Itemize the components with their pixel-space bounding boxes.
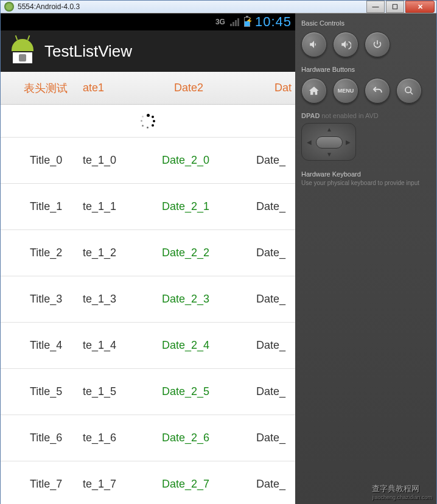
table-row[interactable]: Title_4te_1_4Date_2_4Date_ [1,323,295,369]
app-window-icon [4,2,14,12]
cell: Date_2_7 [162,478,256,491]
hardware-keyboard-title: Hardware Keyboard [301,170,430,178]
cell: Title_3 [1,293,83,306]
cell: Date_ [256,293,295,306]
table-row[interactable]: Title_1te_1_1Date_2_1Date_ [1,184,295,230]
back-button[interactable] [365,78,390,103]
list-view[interactable]: Title_0te_1_0Date_2_0Date_Title_1te_1_1D… [1,138,295,504]
network-indicator: 3G [215,18,225,26]
cell: Date_2_5 [162,385,256,398]
dpad-control[interactable]: ▲ ▼ ◀ ▶ [301,123,356,161]
table-row[interactable]: Title_2te_1_2Date_2_2Date_ [1,230,295,276]
column-header: ate1 [83,82,162,94]
cell: te_1_2 [83,247,162,259]
column-header: Dat [256,82,295,94]
cell: Title_2 [1,247,83,259]
app-icon [10,39,35,63]
cell: Date_2_6 [162,432,256,444]
cell: Date_ [256,200,295,213]
dpad-down-icon: ▼ [326,151,332,158]
svg-point-0 [405,87,411,93]
cell: te_1_7 [83,478,162,491]
cell: te_1_6 [83,432,162,444]
window-titlebar: 5554:Android-4.0.3 — ☐ ✕ [1,1,436,13]
cell: te_1_4 [83,339,162,352]
cell: Date_2_1 [162,200,256,213]
section-title: Hardware Buttons [301,66,430,73]
cell: Date_2_2 [162,247,256,259]
table-row[interactable]: Title_0te_1_0Date_2_0Date_ [1,138,295,184]
app-title: TestListView [44,42,132,61]
hardware-keyboard-text: Use your physical keyboard to provide in… [301,179,430,187]
table-row[interactable]: Title_7te_1_7Date_2_7Date_ [1,461,295,504]
cell: Date_2_3 [162,293,256,306]
clock: 10:45 [255,14,292,30]
cell: te_1_5 [83,385,162,398]
emulator-screen: 3G ⚡ 10:45 TestListView 表头测试 ate1 Date2 … [1,13,295,504]
search-button[interactable] [396,78,422,103]
cell: Title_7 [1,478,83,491]
watermark: 查字典教程网 jiaocheng.chazidian.com [372,483,432,500]
volume-up-button[interactable] [333,32,358,57]
dpad-right-icon: ▶ [346,139,351,145]
cell: te_1_1 [83,200,162,213]
cell: Title_1 [1,200,83,213]
cell: te_1_3 [83,293,162,306]
table-row[interactable]: Title_3te_1_3Date_2_3Date_ [1,276,295,323]
spinner-icon [141,114,155,128]
dpad-center-button[interactable] [316,136,343,149]
cell: Title_0 [1,154,83,167]
menu-button[interactable]: MENU [333,78,358,103]
maximize-button[interactable]: ☐ [386,1,404,13]
cell: Date_ [256,154,295,167]
dpad-left-icon: ◀ [307,139,312,145]
volume-down-button[interactable] [301,32,327,57]
section-title: Basic Controls [301,19,430,27]
cell: Date_ [256,478,295,491]
android-status-bar[interactable]: 3G ⚡ 10:45 [1,13,295,30]
table-header-row: 表头测试 ate1 Date2 Dat [1,72,295,105]
cell: te_1_0 [83,154,162,167]
table-row[interactable]: Title_6te_1_6Date_2_6Date_ [1,415,295,461]
cell: Date_2_0 [162,154,256,167]
column-header: Date2 [162,82,256,94]
battery-icon: ⚡ [244,17,250,27]
cell: Title_6 [1,432,83,444]
cell: Date_ [256,247,295,259]
power-button[interactable] [365,32,390,57]
cell: Title_4 [1,339,83,352]
window-title: 5554:Android-4.0.3 [18,2,366,11]
emulator-controls-panel: Basic Controls Hardware Buttons MENU [295,13,436,504]
cell: Date_ [256,432,295,444]
cell: Title_5 [1,385,83,398]
loading-row [1,105,295,138]
signal-icon [230,18,239,26]
close-button[interactable]: ✕ [405,1,435,13]
cell: Date_ [256,385,295,398]
table-row[interactable]: Title_5te_1_5Date_2_5Date_ [1,369,295,415]
cell: Date_2_4 [162,339,256,352]
dpad-up-icon: ▲ [326,126,332,133]
action-bar: TestListView [1,30,295,72]
dpad-label: DPAD not enabled in AVD [301,112,430,119]
minimize-button[interactable]: — [366,1,385,13]
column-header: 表头测试 [1,81,83,96]
home-button[interactable] [301,78,327,103]
cell: Date_ [256,339,295,352]
